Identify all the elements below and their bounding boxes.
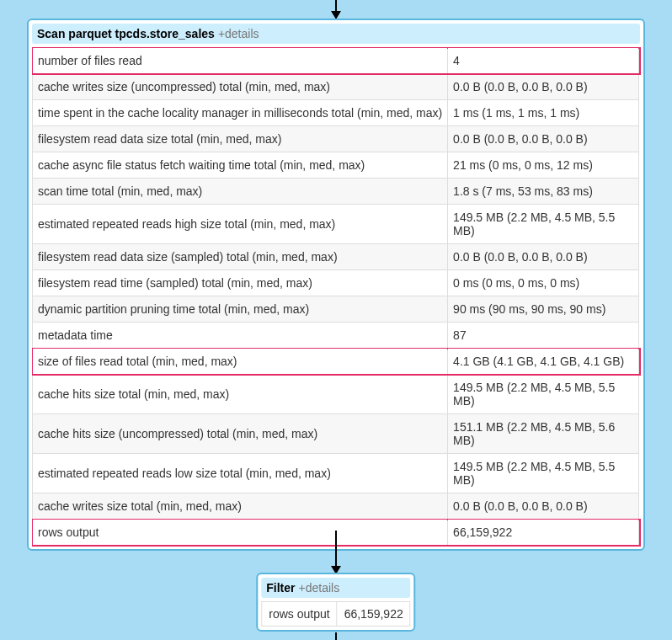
table-row: estimated repeated reads high size total… [33,205,640,244]
node-title: Scan parquet tpcds.store_sales [37,27,215,40]
metric-label: filesystem read data size total (min, me… [33,126,448,152]
metric-label: cache writes size (uncompressed) total (… [33,74,448,100]
metric-value: 0.0 B (0.0 B, 0.0 B, 0.0 B) [448,126,639,152]
metric-label: filesystem read time (sampled) total (mi… [33,270,448,296]
metric-label: size of files read total (min, med, max) [33,349,448,375]
metric-label: number of files read [33,48,448,74]
table-row: cache hits size total (min, med, max)149… [33,375,640,414]
metrics-table: number of files read4cache writes size (… [32,47,640,546]
metric-value: 87 [448,323,639,349]
arrow-line [335,531,337,568]
table-row: number of files read4 [33,48,640,74]
metric-label: cache writes size total (min, med, max) [33,493,448,520]
metric-value: 0.0 B (0.0 B, 0.0 B, 0.0 B) [448,244,639,270]
metric-value: 0.0 B (0.0 B, 0.0 B, 0.0 B) [448,74,639,100]
filter-node[interactable]: Filter +details rows output66,159,922 [256,573,415,632]
table-row: cache writes size total (min, med, max)0… [33,493,640,520]
metric-value: 149.5 MB (2.2 MB, 4.5 MB, 5.5 MB) [448,375,639,414]
metric-value: 90 ms (90 ms, 90 ms, 90 ms) [448,296,639,323]
metric-label: cache hits size (uncompressed) total (mi… [33,414,448,454]
details-link[interactable]: +details [218,27,259,40]
table-row: metadata time87 [33,323,640,349]
metric-label: estimated repeated reads high size total… [33,205,448,244]
details-link[interactable]: +details [299,581,340,595]
scan-parquet-node[interactable]: Scan parquet tpcds.store_sales +details … [27,19,645,551]
metric-value: 149.5 MB (2.2 MB, 4.5 MB, 5.5 MB) [448,205,639,244]
metrics-table: rows output66,159,922 [261,601,410,627]
table-row: filesystem read time (sampled) total (mi… [33,270,640,296]
metric-value: 66,159,922 [448,520,639,546]
metric-value: 1.8 s (7 ms, 53 ms, 83 ms) [448,179,639,205]
metric-label: estimated repeated reads low size total … [33,454,448,493]
table-row: time spent in the cache locality manager… [33,100,640,126]
table-row: size of files read total (min, med, max)… [33,349,640,375]
table-row: estimated repeated reads low size total … [33,454,640,493]
table-row: rows output66,159,922 [262,602,410,627]
metric-label: time spent in the cache locality manager… [33,100,448,126]
arrow-line [335,632,337,640]
table-row: filesystem read data size (sampled) tota… [33,244,640,270]
metric-value: 149.5 MB (2.2 MB, 4.5 MB, 5.5 MB) [448,454,639,493]
metric-value: 0.0 B (0.0 B, 0.0 B, 0.0 B) [448,493,639,520]
metric-label: metadata time [33,323,448,349]
table-row: scan time total (min, med, max)1.8 s (7 … [33,179,640,205]
metric-value: 151.1 MB (2.2 MB, 4.5 MB, 5.6 MB) [448,414,639,454]
metric-value: 21 ms (0 ms, 0 ms, 12 ms) [448,152,639,179]
metric-label: scan time total (min, med, max) [33,179,448,205]
table-row: cache hits size (uncompressed) total (mi… [33,414,640,454]
node-header: Filter +details [261,578,410,598]
table-row: cache async file status fetch waiting ti… [33,152,640,179]
metric-value: 66,159,922 [337,602,410,627]
metric-label: rows output [33,520,448,546]
metric-value: 4 [448,48,639,74]
metric-label: cache hits size total (min, med, max) [33,375,448,414]
metric-label: dynamic partition pruning time total (mi… [33,296,448,323]
table-row: dynamic partition pruning time total (mi… [33,296,640,323]
node-title: Filter [266,581,295,595]
metric-value: 0 ms (0 ms, 0 ms, 0 ms) [448,270,639,296]
metric-value: 1 ms (1 ms, 1 ms, 1 ms) [448,100,639,126]
metric-label: rows output [262,602,337,627]
metric-label: filesystem read data size (sampled) tota… [33,244,448,270]
metric-label: cache async file status fetch waiting ti… [33,152,448,179]
table-row: filesystem read data size total (min, me… [33,126,640,152]
metric-value: 4.1 GB (4.1 GB, 4.1 GB, 4.1 GB) [448,349,639,375]
table-row: cache writes size (uncompressed) total (… [33,74,640,100]
node-header: Scan parquet tpcds.store_sales +details [32,24,640,44]
